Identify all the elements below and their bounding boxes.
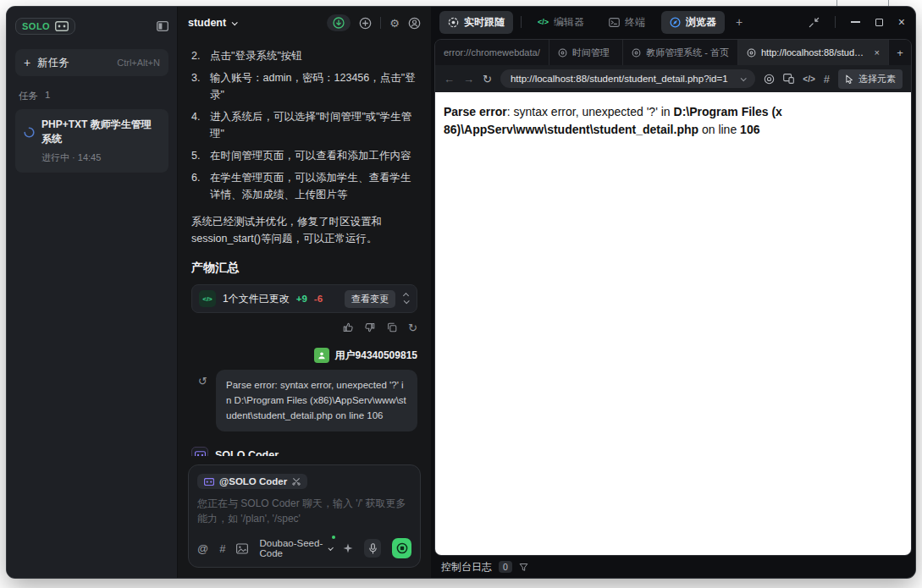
panel-tab-bar: 实时跟随 </> 编辑器 终端 浏览器 + [431, 7, 915, 37]
code-file-icon: </> [199, 290, 216, 307]
message-input[interactable] [197, 496, 411, 533]
instruction-step: 6.在学生管理页面，可以添加学生、查看学生详情、添加成绩、上传图片等 [191, 170, 417, 203]
model-status-dot [332, 536, 335, 539]
task-progress-spinner-icon [24, 127, 35, 138]
chevron-down-icon [232, 19, 238, 25]
chevron-down-icon[interactable] [741, 75, 747, 81]
user-message-header: 用户94340509815 [191, 348, 417, 363]
instruction-step: 2.点击"登录系统"按钮 [191, 48, 417, 64]
browser-tab[interactable]: 时间管理 [549, 40, 624, 65]
tab-editor[interactable]: </> 编辑器 [529, 11, 593, 34]
compass-browser-icon [670, 17, 681, 28]
expand-collapse-icon[interactable] [402, 294, 410, 304]
close-tab-icon[interactable]: × [875, 47, 880, 58]
live-follow-icon [448, 17, 459, 28]
attach-image-icon[interactable] [236, 543, 248, 554]
add-panel-tab-button[interactable]: + [732, 15, 746, 29]
user-avatar [314, 348, 329, 363]
tasks-label: 任务 [19, 90, 38, 102]
exit-fullscreen-icon[interactable] [809, 17, 820, 28]
reload-icon[interactable]: ↻ [483, 73, 492, 85]
filter-funnel-icon[interactable] [519, 563, 528, 572]
new-tab-button[interactable]: + [889, 40, 911, 65]
instruction-step: 3.输入账号：admin，密码：123456，点击"登录" [191, 70, 417, 103]
message-actions: ↻ [191, 321, 417, 334]
account-icon[interactable] [408, 17, 421, 30]
divider [521, 16, 522, 28]
browser-preview: error://chromewebdata/ 时间管理 教师管理系统 - 首页 … [434, 39, 912, 556]
mention-at-icon[interactable]: @ [197, 542, 208, 555]
browser-tab[interactable]: 教师管理系统 - 首页 [623, 40, 738, 65]
collapse-sidebar-icon[interactable] [157, 21, 168, 31]
maximize-button[interactable] [875, 19, 883, 26]
tab-browser[interactable]: 浏览器 [661, 11, 725, 34]
microphone-button[interactable] [364, 539, 381, 558]
mention-chip[interactable]: @SOLO Coder [197, 474, 307, 489]
url-text: http://localhost:88/student/student_deta… [511, 74, 734, 84]
forward-icon[interactable]: → [463, 73, 474, 85]
new-task-button[interactable]: + 新任务 Ctrl+Alt+N [15, 49, 168, 76]
retry-icon[interactable]: ↺ [198, 375, 207, 387]
console-hash-icon[interactable]: # [824, 73, 830, 85]
back-icon[interactable]: ← [444, 73, 455, 85]
tasks-count: 1 [45, 90, 50, 102]
chat-messages[interactable]: 2.点击"登录系统"按钮 3.输入账号：admin，密码：123456，点击"登… [178, 39, 431, 456]
enhance-sparkle-icon[interactable] [343, 543, 353, 553]
scissors-icon [292, 477, 301, 486]
settings-gear-icon[interactable]: ⚙ [389, 17, 400, 30]
topic-hash-icon[interactable]: # [219, 542, 225, 555]
user-message-row: ↺ Parse error: syntax error, unexpected … [191, 370, 417, 431]
session-title: student [188, 17, 226, 29]
task-item[interactable]: PHP+TXT 教师学生管理系统 进行中 · 14:45 [15, 109, 168, 173]
stop-generation-button[interactable] [392, 538, 411, 558]
artifacts-title: 产物汇总 [191, 261, 417, 276]
console-log-bar[interactable]: 控制台日志 0 [434, 556, 912, 578]
new-chat-icon[interactable] [359, 17, 372, 30]
tab-live-follow[interactable]: 实时跟随 [439, 11, 513, 34]
cassette-icon [204, 478, 214, 486]
model-name: Doubao-Seed-Code [259, 538, 324, 558]
instruction-step: 5.在时间管理页面，可以查看和添加工作内容 [191, 148, 417, 164]
instruction-step: 4.进入系统后，可以选择"时间管理"或"学生管理" [191, 109, 417, 142]
thumbs-up-icon[interactable] [342, 321, 354, 334]
url-bar[interactable]: http://localhost:88/student/student_deta… [500, 69, 755, 88]
app-window: SOLO + 新任务 Ctrl+Alt+N 任务 1 PHP+TXT [7, 7, 915, 578]
close-button[interactable]: × [898, 15, 905, 29]
mention-label: @SOLO Coder [219, 476, 287, 486]
browser-tab-strip: error://chromewebdata/ 时间管理 教师管理系统 - 首页 … [435, 40, 911, 65]
additions-count: +9 [296, 294, 307, 304]
browser-page[interactable]: Parse error: syntax error, unexpected '?… [435, 92, 911, 555]
solo-logo-text: SOLO [22, 21, 50, 31]
record-target-icon[interactable] [764, 74, 775, 85]
user-name: 用户94340509815 [335, 349, 417, 363]
cassette-icon [55, 21, 69, 31]
view-source-icon[interactable]: </> [803, 74, 814, 84]
user-message-bubble: Parse error: syntax error, unexpected '?… [216, 370, 417, 431]
divider [380, 17, 381, 29]
globe-icon [747, 48, 756, 58]
view-changes-button[interactable]: 查看变更 [345, 290, 395, 308]
divider [835, 16, 836, 28]
regenerate-icon[interactable]: ↻ [408, 321, 417, 334]
code-icon: </> [538, 18, 549, 26]
browser-tab-active[interactable]: http://localhost:88/student/student_... … [738, 40, 889, 65]
thumbs-down-icon[interactable] [364, 321, 376, 334]
select-element-button[interactable]: 选择元素 [838, 69, 903, 89]
responsive-device-icon[interactable] [783, 74, 794, 84]
browser-tab[interactable]: error://chromewebdata/ [435, 40, 549, 65]
window-controls: × [809, 15, 905, 29]
session-selector[interactable]: student [188, 17, 236, 29]
chat-header: student ⚙ [178, 7, 431, 39]
model-selector[interactable]: Doubao-Seed-Code [259, 538, 332, 558]
php-parse-error-text: Parse error: syntax error, unexpected '?… [444, 103, 787, 139]
minimize-button[interactable] [851, 21, 860, 23]
file-change-row[interactable]: </> 1个文件已更改 +9 -6 查看变更 [191, 284, 417, 313]
deploy-status-button[interactable] [327, 14, 351, 31]
download-circle-icon [333, 17, 345, 29]
tab-terminal[interactable]: 终端 [600, 11, 654, 34]
assistant-name: SOLO Coder [215, 449, 279, 455]
globe-icon [632, 48, 641, 58]
solo-coder-avatar-icon [191, 447, 208, 455]
chat-input-box[interactable]: @SOLO Coder @ # Doubao-Seed-Code [188, 464, 421, 569]
copy-icon[interactable] [386, 321, 398, 334]
